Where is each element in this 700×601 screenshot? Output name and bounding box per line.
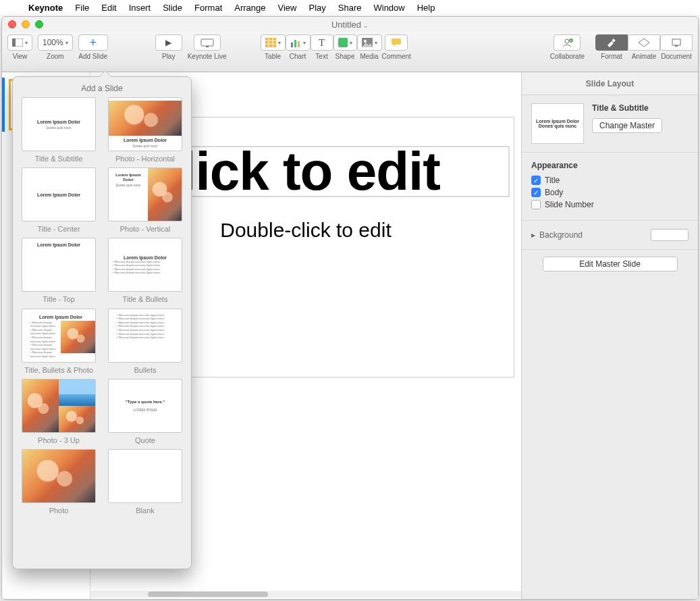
plus-icon: + [89,36,97,50]
macos-menubar: Keynote File Edit Insert Slide Format Ar… [0,0,700,15]
fullscreen-button[interactable] [35,20,43,28]
tb-format[interactable]: Format [595,34,628,60]
menu-edit[interactable]: Edit [101,3,116,13]
slide-template-blank[interactable]: Blank [106,449,184,515]
svg-marker-21 [639,38,649,47]
menu-help[interactable]: Help [417,3,435,13]
traffic-lights [8,20,43,28]
inspector-panel: Slide Layout Lorem Ipsum DolorDones quis… [521,72,698,599]
menu-file[interactable]: File [75,3,89,13]
menu-insert[interactable]: Insert [129,3,151,13]
slide-template-quote[interactable]: "Type a quote here."LOREM IPSUMQuote [106,379,184,445]
menu-share[interactable]: Share [338,3,362,13]
tb-keynote-live[interactable]: Keynote Live [188,34,227,60]
popover-title: Add a Slide [20,84,184,93]
svg-rect-11 [298,41,300,47]
svg-rect-9 [291,43,293,47]
shape-icon [338,38,348,47]
svg-rect-2 [201,39,213,46]
slide-template-title_bullets[interactable]: Lorem Ipsum Dolor• Maecenas aliquam maec… [106,238,184,304]
chevron-down-icon: ▾ [65,40,68,46]
slide-template-title_sub[interactable]: Lorem Ipsum DolorDones quis nuncTitle & … [20,97,98,163]
checkbox-icon: ✓ [531,176,541,185]
minimize-button[interactable] [22,20,30,28]
svg-rect-15 [392,38,401,45]
chk-title[interactable]: ✓Title [531,176,689,185]
slide-template-title_center[interactable]: Lorem Ipsum DolorTitle - Center [20,167,98,234]
tb-comment[interactable]: Comment [382,34,411,60]
svg-rect-22 [672,39,680,45]
play-icon: ▶ [165,38,171,47]
slide-template-photo[interactable]: Photo [20,449,98,515]
svg-point-13 [364,40,367,43]
svg-rect-20 [612,38,616,43]
slide-template-title_top[interactable]: Lorem Ipsum DolorTitle - Top [20,238,98,304]
tb-text[interactable]: T Text [311,34,333,60]
checkbox-icon [531,200,541,209]
inspector-title: Slide Layout [522,72,698,95]
document-title[interactable]: Untitled⌄ [331,20,369,30]
checkbox-icon: ✓ [531,188,541,197]
tb-collaborate[interactable]: + Collaborate [550,34,585,60]
change-master-button[interactable]: Change Master [592,118,662,133]
close-button[interactable] [8,20,16,28]
menu-slide[interactable]: Slide [163,3,182,13]
app-window: Untitled⌄ ▾ View 100%▾ Zoom + Add Slide … [1,16,699,600]
tb-document[interactable]: Document [660,34,693,60]
menu-format[interactable]: Format [194,3,222,13]
document-icon [671,38,682,47]
layout-thumbnail: Lorem Ipsum DolorDones quis nunc [531,103,584,144]
appearance-header: Appearance [531,161,689,170]
collaborate-icon: + [561,38,573,47]
toolbar: ▾ View 100%▾ Zoom + Add Slide ▶ Play Key… [2,32,698,72]
tb-zoom[interactable]: 100%▾ Zoom [38,34,73,60]
svg-point-17 [565,39,569,43]
window-titlebar: Untitled⌄ [2,17,698,32]
screen-icon [200,38,214,47]
svg-rect-1 [12,38,16,47]
menu-view[interactable]: View [278,3,297,13]
slide-template-photo_v[interactable]: Lorem Ipsum DolorDones quis nuncPhoto - … [106,167,184,234]
chk-body[interactable]: ✓Body [531,188,689,197]
background-disclosure[interactable]: ▸Background [531,230,583,240]
text-icon: T [319,37,325,49]
tb-animate[interactable]: Animate [628,34,660,60]
tb-chart[interactable]: ▾ Chart [286,34,311,60]
table-icon [265,38,276,47]
tb-table[interactable]: ▾ Table [261,34,286,60]
diamond-icon [638,38,650,47]
chart-icon [290,38,301,47]
add-slide-popover: Add a Slide Lorem Ipsum DolorDones quis … [12,76,192,569]
slide-template-photo3[interactable]: Photo - 3 Up [20,379,98,445]
layout-name: Title & Subtitle [592,103,689,113]
background-swatch[interactable] [651,229,689,241]
menu-arrange[interactable]: Arrange [234,3,265,13]
tb-view[interactable]: ▾ View [7,34,32,60]
slide-template-photo_h[interactable]: Lorem Ipsum DolorDones quis nuncPhoto - … [106,97,184,163]
chevron-down-icon: ▾ [25,40,28,46]
svg-text:+: + [570,38,572,43]
tb-shape[interactable]: ▾ Shape [333,34,357,60]
brush-icon [605,38,618,47]
slide-template-bullets[interactable]: • Maecenas aliquam maecenas ligula nostr… [106,309,184,375]
svg-rect-10 [294,40,296,47]
media-icon [362,38,373,47]
tb-play[interactable]: ▶ Play [155,34,182,60]
edit-master-button[interactable]: Edit Master Slide [543,257,678,271]
comment-icon [391,38,402,47]
triangle-right-icon: ▸ [531,230,535,240]
menu-window[interactable]: Window [373,3,404,13]
tb-add-slide[interactable]: + Add Slide [78,34,108,60]
horizontal-scrollbar[interactable] [90,591,521,598]
title-dropdown-icon: ⌄ [363,22,369,29]
svg-rect-4 [265,38,276,47]
menu-play[interactable]: Play [308,3,325,13]
tb-media[interactable]: ▾ Media [357,34,382,60]
app-menu[interactable]: Keynote [28,3,63,13]
slide-template-title_bullets_photo[interactable]: Lorem Ipsum Dolor• Maecenas aliquam maec… [20,309,98,375]
chk-slide-number[interactable]: Slide Number [531,200,689,209]
